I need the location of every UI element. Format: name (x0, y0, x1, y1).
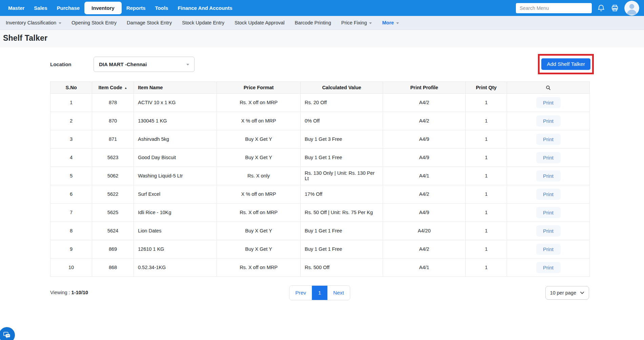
cell-print-qty: 1 (466, 185, 507, 203)
nav-master[interactable]: Master (3, 2, 29, 14)
column-header-search[interactable] (507, 82, 590, 94)
subnav-item-label: Barcode Printing (295, 20, 331, 25)
table-body: 1 878 ACTIV 10 x 1 KG Rs. X off on MRP R… (51, 93, 590, 277)
printer-icon[interactable] (610, 4, 619, 13)
cell-calculated-value: Buy 1 Get 1 Free (301, 148, 383, 167)
cell-price-format: X % off on MRP (217, 185, 301, 203)
subnav-damage-stock-entry[interactable]: Damage Stock Entry (122, 16, 177, 30)
avatar[interactable] (624, 1, 639, 16)
search-icon (545, 84, 551, 90)
column-header-print-profile[interactable]: Print Profile (383, 82, 466, 94)
search-menu-input[interactable] (516, 3, 592, 13)
chevron-down-icon (396, 22, 399, 24)
page-title: Shelf Talker (3, 34, 644, 43)
cell-print-profile: A4/1 (383, 258, 466, 277)
column-header-print-qty[interactable]: Print Qty (466, 82, 507, 94)
add-shelf-talker-button[interactable]: Add Shelf Talker (541, 58, 590, 70)
print-button[interactable]: Print (536, 189, 561, 200)
cell-sno: 8 (51, 222, 92, 240)
cell-sno: 3 (51, 130, 92, 148)
print-button[interactable]: Print (536, 97, 561, 108)
cell-print-profile: A4/2 (383, 93, 466, 112)
print-button[interactable]: Print (536, 152, 561, 163)
cell-item-name: Good Day Biscuit (134, 148, 217, 167)
main-menu: MasterSalesPurchaseInventoryReportsTools… (3, 0, 237, 16)
nav-reports[interactable]: Reports (122, 2, 150, 14)
cell-print-profile: A4/9 (383, 130, 466, 148)
nav-sales[interactable]: Sales (29, 2, 52, 14)
subnav-barcode-printing[interactable]: Barcode Printing (290, 16, 336, 30)
table-row: 1 878 ACTIV 10 x 1 KG Rs. X off on MRP R… (51, 93, 590, 112)
per-page-value: 10 per page (550, 290, 576, 296)
viewing-range: 1-10/10 (72, 290, 88, 295)
column-header-label: Item Code (98, 85, 122, 90)
cell-calculated-value: Rs. 500 Off (301, 258, 383, 277)
subnav-stock-update-entry[interactable]: Stock Update Entry (177, 16, 229, 30)
cell-print-qty: 1 (466, 130, 507, 148)
chat-widget-button[interactable] (0, 327, 15, 340)
print-button[interactable]: Print (536, 134, 561, 145)
nav-finance-and-accounts[interactable]: Finance And Accounts (173, 2, 237, 14)
cell-print-qty: 1 (466, 167, 507, 185)
table-row: 5 5062 Washing Liquid-5 Ltr Rs. X only R… (51, 167, 590, 185)
cell-print-profile: A4/2 (383, 112, 466, 130)
print-button[interactable]: Print (536, 207, 561, 218)
print-button[interactable]: Print (536, 262, 561, 273)
subnav-price-fixing[interactable]: Price Fixing (336, 16, 377, 30)
bell-icon[interactable] (597, 4, 605, 12)
cell-print-qty: 1 (466, 148, 507, 167)
cell-calculated-value: Buy 1 Get 3 Free (301, 130, 383, 148)
chevron-down-icon (59, 22, 61, 24)
nav-purchase[interactable]: Purchase (52, 2, 85, 14)
cell-sno: 6 (51, 185, 92, 203)
cell-item-code: 869 (92, 240, 134, 258)
per-page-select[interactable]: 10 per page (545, 286, 589, 300)
cell-item-code: 5062 (92, 167, 134, 185)
sort-asc-icon: ▲ (124, 86, 127, 90)
column-header-calculated-value[interactable]: Calculated Value (301, 82, 383, 94)
subnav-more[interactable]: More (377, 16, 404, 30)
cell-price-format: Rs. X off on MRP (217, 203, 301, 222)
cell-sno: 5 (51, 167, 92, 185)
print-button[interactable]: Print (536, 244, 561, 255)
cell-print-profile: A4/20 (383, 222, 466, 240)
subnav-opening-stock-entry[interactable]: Opening Stock Entry (66, 16, 122, 30)
table-row: 4 5623 Good Day Biscuit Buy X Get Y Buy … (51, 148, 590, 167)
page-number-button[interactable]: 1 (312, 286, 327, 300)
cell-sno: 1 (51, 93, 92, 112)
cell-print-profile: A4/1 (383, 167, 466, 185)
cell-calculated-value: 0% Off (301, 112, 383, 130)
cell-print-profile: A4/2 (383, 185, 466, 203)
cell-print-profile: A4/9 (383, 203, 466, 222)
print-button[interactable]: Print (536, 115, 561, 127)
location-label: Location (50, 61, 94, 67)
nav-tools[interactable]: Tools (150, 2, 173, 14)
subnav-stock-update-approval[interactable]: Stock Update Approval (229, 16, 290, 30)
next-page-button[interactable]: Next (327, 286, 350, 300)
column-header-s-no[interactable]: S.No (51, 82, 92, 94)
cell-item-code: 868 (92, 258, 134, 277)
cell-print-qty: 1 (466, 222, 507, 240)
subnav-item-label: Opening Stock Entry (72, 20, 117, 25)
column-header-item-name[interactable]: Item Name (134, 82, 217, 94)
subnav-item-label: Damage Stock Entry (127, 20, 172, 25)
cell-price-format: Buy X Get Y (217, 222, 301, 240)
cell-print-qty: 1 (466, 203, 507, 222)
subnav-inventory-classification[interactable]: Inventory Classification (1, 16, 66, 30)
cell-item-name: 0.52.34-1KG (134, 258, 217, 277)
location-select[interactable]: DIA MART -Chennai (94, 57, 195, 72)
prev-page-button[interactable]: Prev (289, 286, 312, 300)
column-header-label: Item Name (138, 85, 163, 90)
cell-item-code: 5625 (92, 203, 134, 222)
column-header-item-code[interactable]: Item Code▲ (92, 82, 134, 94)
top-navbar: MasterSalesPurchaseInventoryReportsTools… (0, 0, 644, 16)
cell-item-code: 5622 (92, 185, 134, 203)
cell-sno: 9 (51, 240, 92, 258)
print-button[interactable]: Print (536, 170, 561, 182)
cell-sno: 10 (51, 258, 92, 277)
nav-inventory[interactable]: Inventory (84, 2, 122, 14)
subnav-item-label: Stock Update Entry (182, 20, 224, 25)
table-row: 2 870 130045 1 KG X % off on MRP 0% Off … (51, 112, 590, 130)
column-header-price-format[interactable]: Price Format (217, 82, 301, 94)
print-button[interactable]: Print (536, 225, 561, 237)
